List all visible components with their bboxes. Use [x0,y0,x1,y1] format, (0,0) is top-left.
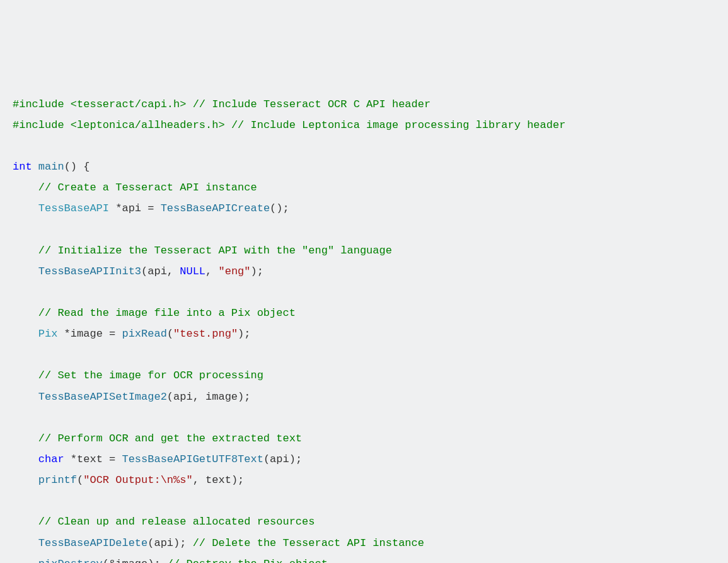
comment: // Read the image file into a Pix object [13,307,296,319]
string: "OCR Output:\n%s" [83,474,192,486]
comment: // Clean up and release allocated resour… [13,516,315,528]
comment: // Set the image for OCR processing [13,369,263,381]
keyword-int: int [13,161,32,173]
punct: ( [167,328,173,340]
fn-call: pixDestroy [13,558,103,563]
punct: (api); [263,453,302,465]
comment: // Perform OCR and get the extracted tex… [13,432,302,444]
punct: (); [270,202,289,214]
comment: // Destroy the Pix object [167,558,328,563]
fn-call: TessBaseAPIGetUTF8Text [122,453,263,465]
punct: ( [77,474,83,486]
include-header: <leptonica/allheaders.h> [64,119,231,131]
punct: ); [238,328,250,340]
punct: (&image); [103,558,167,563]
keyword-char: char [13,453,64,465]
fn-call: TessBaseAPIDelete [13,537,147,549]
comment: // Delete the Tesseract API instance [193,537,424,549]
fn-call: TessBaseAPICreate [161,202,270,214]
comment: // Include Tesseract OCR C API header [193,98,430,110]
comment: // Initialize the Tesseract API with the… [13,245,392,257]
punct: (api, [141,265,180,277]
punct: (api, image); [167,391,251,403]
string: "test.png" [173,328,238,340]
preprocessor: #include [13,98,64,110]
code-block: #include <tesseract/capi.h> // Include T… [13,94,715,563]
var-decl: *text = [64,453,122,465]
punct: , [205,265,218,277]
string: "eng" [218,265,250,277]
fn-call: TessBaseAPIInit3 [13,265,141,277]
include-header: <tesseract/capi.h> [64,98,193,110]
fn-main: main [32,161,64,173]
var-decl: *api = [109,202,161,214]
punct: (api); [147,537,192,549]
comment: // Include Leptonica image processing li… [231,119,566,131]
keyword-null: NULL [180,265,205,277]
comment: // Create a Tesseract API instance [13,182,257,194]
type: Pix [13,328,57,340]
punct: , text); [193,474,245,486]
punct: ); [251,265,263,277]
fn-call: pixRead [122,328,166,340]
fn-call: printf [13,474,77,486]
type: TessBaseAPI [13,202,109,214]
preprocessor: #include [13,119,64,131]
var-decl: *image = [57,328,122,340]
punct: () { [64,161,90,173]
fn-call: TessBaseAPISetImage2 [13,391,167,403]
